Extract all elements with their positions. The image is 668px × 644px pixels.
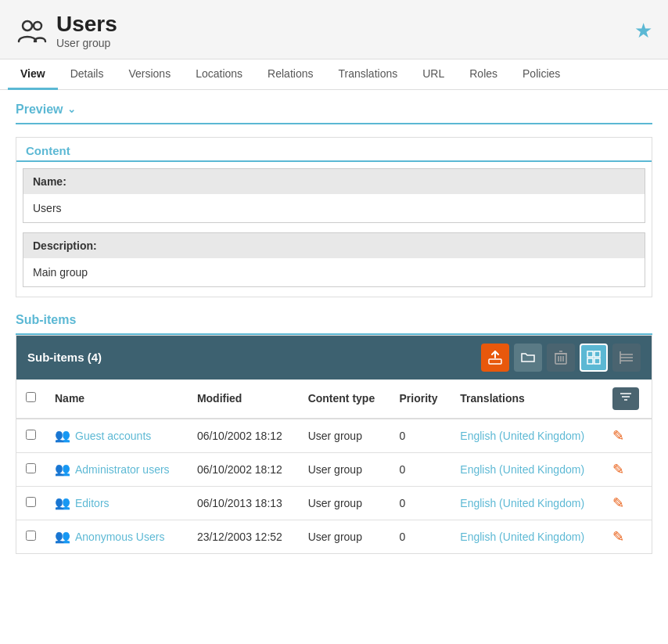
row-name-cell: 👥 Administrator users bbox=[45, 452, 188, 486]
tab-view[interactable]: View bbox=[8, 59, 58, 90]
tab-bar: View Details Versions Locations Relation… bbox=[0, 59, 668, 90]
row-edit-cell: ✎ bbox=[603, 452, 652, 486]
edit-icon[interactable]: ✎ bbox=[612, 495, 624, 511]
edit-icon[interactable]: ✎ bbox=[612, 428, 624, 444]
row-name-cell: 👥 Guest accounts bbox=[45, 419, 188, 453]
row-translations-cell: English (United Kingdom) bbox=[451, 419, 603, 453]
subitems-section-title: Sub-items bbox=[16, 313, 652, 327]
row-priority-cell: 0 bbox=[390, 486, 451, 520]
column-filter-button[interactable] bbox=[612, 387, 639, 410]
row-edit-cell: ✎ bbox=[603, 520, 652, 553]
table-row: 👥 Guest accounts 06/10/2002 18:12 User g… bbox=[16, 419, 652, 453]
header-title-group: Users User group bbox=[56, 13, 117, 49]
row-modified-cell: 06/10/2013 18:13 bbox=[188, 486, 299, 520]
row-edit-cell: ✎ bbox=[603, 486, 652, 520]
svg-rect-2 bbox=[489, 359, 501, 364]
row-checkbox-cell bbox=[16, 452, 45, 486]
preview-divider bbox=[16, 123, 652, 124]
svg-rect-11 bbox=[587, 358, 593, 364]
name-field-value: Users bbox=[23, 194, 645, 222]
filter-icon bbox=[619, 390, 633, 405]
col-name: Name bbox=[45, 380, 188, 419]
row-content-type-cell: User group bbox=[299, 520, 390, 553]
description-field-label: Description: bbox=[23, 233, 645, 258]
delete-button[interactable] bbox=[547, 344, 575, 372]
col-modified: Modified bbox=[188, 380, 299, 419]
tab-versions[interactable]: Versions bbox=[116, 59, 183, 90]
row-translations-cell: English (United Kingdom) bbox=[451, 486, 603, 520]
tab-url[interactable]: URL bbox=[410, 59, 457, 90]
row-checkbox-cell bbox=[16, 419, 45, 453]
main-content: Preview ⌄ Content Name: Users Descriptio… bbox=[0, 90, 668, 567]
select-all-header bbox=[16, 380, 45, 419]
row-edit-cell: ✎ bbox=[603, 419, 652, 453]
tab-translations[interactable]: Translations bbox=[325, 59, 410, 90]
row-checkbox[interactable] bbox=[26, 463, 36, 473]
header-left: Users User group bbox=[16, 13, 117, 49]
row-priority-cell: 0 bbox=[390, 452, 451, 486]
row-modified-cell: 23/12/2003 12:52 bbox=[188, 520, 299, 553]
subitems-table: Name Modified Content type Priority Tran… bbox=[16, 380, 652, 553]
row-modified-cell: 06/10/2002 18:12 bbox=[188, 452, 299, 486]
preview-section-header[interactable]: Preview ⌄ bbox=[16, 103, 652, 117]
description-field-block: Description: Main group bbox=[23, 232, 645, 287]
page-title: Users bbox=[56, 13, 117, 37]
upload-button[interactable] bbox=[481, 344, 509, 372]
subitems-container: Sub-items (4) bbox=[16, 335, 652, 554]
row-content-type-cell: User group bbox=[299, 452, 390, 486]
folder-button[interactable] bbox=[514, 344, 542, 372]
user-group-icon: 👥 bbox=[55, 428, 70, 443]
users-icon bbox=[16, 15, 47, 46]
content-label: Content bbox=[16, 138, 652, 162]
user-group-icon: 👥 bbox=[55, 495, 70, 510]
row-checkbox[interactable] bbox=[26, 531, 36, 541]
list-view-button[interactable] bbox=[580, 344, 608, 372]
table-row: 👥 Editors 06/10/2013 18:13 User group 0 … bbox=[16, 486, 652, 520]
tab-roles[interactable]: Roles bbox=[457, 59, 510, 90]
col-content-type: Content type bbox=[299, 380, 390, 419]
content-block: Content Name: Users Description: Main gr… bbox=[16, 137, 652, 297]
svg-rect-9 bbox=[587, 351, 593, 357]
select-all-checkbox[interactable] bbox=[26, 392, 36, 402]
row-modified-cell: 06/10/2002 18:12 bbox=[188, 419, 299, 453]
row-checkbox[interactable] bbox=[26, 497, 36, 507]
user-group-icon: 👥 bbox=[55, 462, 70, 477]
tab-locations[interactable]: Locations bbox=[183, 59, 255, 90]
row-name-cell: 👥 Anonymous Users bbox=[45, 520, 188, 553]
tab-relations[interactable]: Relations bbox=[255, 59, 325, 90]
row-name-link[interactable]: Editors bbox=[75, 497, 110, 509]
row-content-type-cell: User group bbox=[299, 486, 390, 520]
grid-icon bbox=[620, 351, 634, 365]
row-name-link[interactable]: Guest accounts bbox=[75, 430, 151, 442]
col-priority: Priority bbox=[390, 380, 451, 419]
tab-details[interactable]: Details bbox=[58, 59, 117, 90]
grid-view-button[interactable] bbox=[612, 344, 641, 372]
upload-icon bbox=[488, 351, 502, 365]
chevron-down-icon: ⌄ bbox=[67, 103, 76, 115]
table-row: 👥 Administrator users 06/10/2002 18:12 U… bbox=[16, 452, 652, 486]
favorite-icon[interactable]: ★ bbox=[634, 19, 652, 43]
row-checkbox[interactable] bbox=[26, 430, 36, 440]
row-name-link[interactable]: Administrator users bbox=[75, 463, 170, 476]
row-name-cell: 👥 Editors bbox=[45, 486, 188, 520]
edit-icon[interactable]: ✎ bbox=[612, 462, 624, 477]
description-field-value: Main group bbox=[23, 258, 645, 286]
row-name-link[interactable]: Anonymous Users bbox=[75, 531, 164, 543]
svg-point-0 bbox=[23, 21, 32, 31]
edit-icon[interactable]: ✎ bbox=[612, 529, 624, 545]
svg-rect-12 bbox=[594, 358, 600, 364]
col-actions bbox=[603, 380, 652, 419]
user-group-icon: 👥 bbox=[55, 529, 70, 544]
row-checkbox-cell bbox=[16, 486, 45, 520]
table-header-bar: Sub-items (4) bbox=[16, 336, 652, 380]
svg-rect-10 bbox=[594, 351, 600, 357]
page-header: Users User group ★ bbox=[0, 0, 668, 59]
row-priority-cell: 0 bbox=[390, 419, 451, 453]
trash-icon bbox=[555, 351, 567, 365]
tab-policies[interactable]: Policies bbox=[510, 59, 573, 90]
name-field-label: Name: bbox=[23, 169, 645, 194]
table-row: 👥 Anonymous Users 23/12/2003 12:52 User … bbox=[16, 520, 652, 553]
row-translations-cell: English (United Kingdom) bbox=[451, 520, 603, 553]
table-header-row: Name Modified Content type Priority Tran… bbox=[16, 380, 652, 419]
table-actions bbox=[481, 344, 641, 372]
